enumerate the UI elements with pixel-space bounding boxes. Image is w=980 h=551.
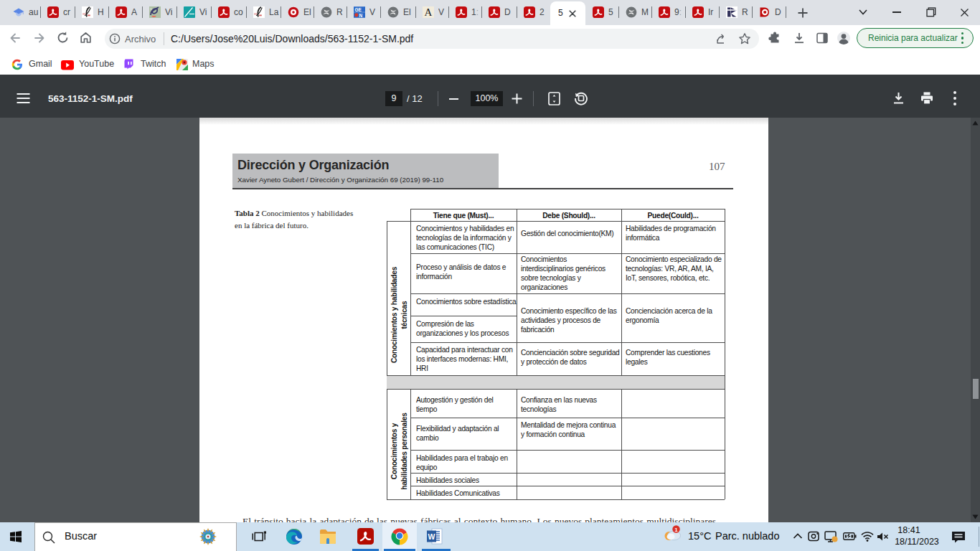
- svg-text:1: 1: [674, 527, 678, 533]
- svg-text:W: W: [428, 532, 435, 541]
